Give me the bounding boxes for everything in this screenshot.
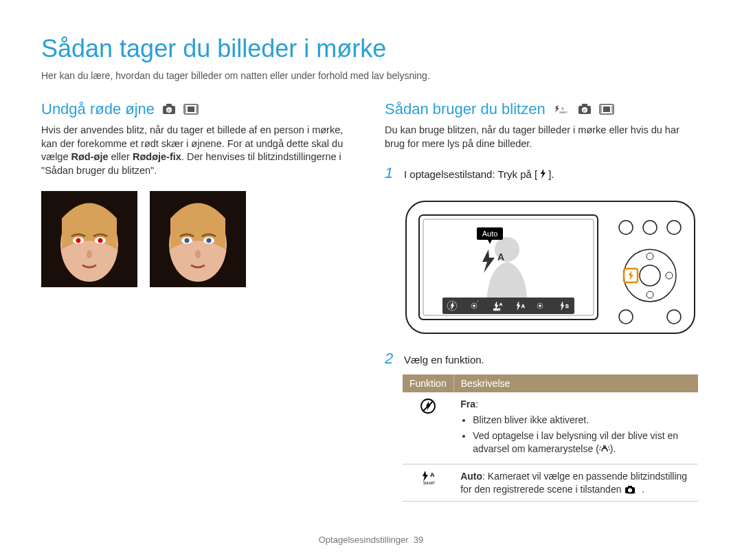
flash-function-table: Funktion Beskrivelse Fra: Blitzen bliver… <box>403 374 698 502</box>
step-1-text: I optagelsestilstand: Tryk på []. <box>404 168 554 180</box>
svg-point-12 <box>87 250 92 258</box>
footer-section: Optagelsesindstillinger <box>319 535 409 545</box>
footer-page: 39 <box>414 535 423 545</box>
svg-text:P: P <box>583 109 586 113</box>
step-1: 1 I optagelsestilstand: Tryk på []. <box>385 164 701 182</box>
left-column: Undgå røde øjne P Hvis der anvendes blit… <box>41 100 357 502</box>
left-section-title: Undgå røde øjne P <box>41 100 357 118</box>
step-1-number: 1 <box>385 164 397 182</box>
table-row: Fra: Blitzen bliver ikke aktiveret. Ved … <box>403 392 698 464</box>
svg-point-11 <box>98 238 103 243</box>
footer: Optagelsesindstillinger 39 <box>0 535 742 545</box>
th-function: Funktion <box>403 374 453 392</box>
svg-text:A: A <box>499 302 502 306</box>
page-intro: Her kan du lære, hvordan du tager billed… <box>41 70 701 81</box>
svg-text:SMART: SMART <box>628 491 636 494</box>
svg-point-19 <box>195 250 201 258</box>
th-description: Beskrivelse <box>453 374 698 392</box>
svg-text:A: A <box>497 251 504 262</box>
right-intro: Du kan bruge blitzen, når du tager bille… <box>385 124 701 150</box>
left-body: Hvis der anvendes blitz, når du tager et… <box>41 124 357 177</box>
svg-text:SMART: SMART <box>423 481 435 485</box>
left-bold2: Rødøje-fix <box>133 151 181 162</box>
camera-diagram: Auto A ASMART A S <box>403 193 698 337</box>
svg-text:A: A <box>521 304 525 309</box>
row2-desc: Auto: Kameraet vil vælge en passende bli… <box>453 464 698 502</box>
left-bold1: Rød-øje <box>71 151 109 162</box>
row1-bullet2: Ved optagelse i lav belysning vil der bl… <box>473 429 691 456</box>
step-2-number: 2 <box>385 350 397 368</box>
svg-text:S: S <box>565 304 569 309</box>
row1-label: Fra <box>460 399 475 410</box>
right-title-text: Sådan bruger du blitzen <box>385 100 546 118</box>
svg-rect-23 <box>582 104 587 107</box>
mode-p-icon-2: P <box>577 103 592 115</box>
svg-text:SMART: SMART <box>493 309 501 311</box>
svg-text:P: P <box>168 109 170 113</box>
camera-auto-label: Auto <box>482 229 498 238</box>
page-title: Sådan tager du billeder i mørke <box>41 34 701 63</box>
svg-rect-35 <box>442 298 574 314</box>
svg-text:SMART: SMART <box>559 111 568 114</box>
row1-b2-post: ). <box>610 443 616 454</box>
portrait-row <box>41 191 357 287</box>
row1-bullet1: Blitzen bliver ikke aktiveret. <box>473 414 691 427</box>
smart-mode-icon: SMART <box>624 484 642 494</box>
svg-text:A: A <box>430 471 435 478</box>
row2-post: . <box>642 484 644 495</box>
svg-rect-27 <box>603 107 610 112</box>
svg-rect-1 <box>166 104 172 107</box>
left-title-text: Undgå røde øjne <box>41 100 155 118</box>
step1-pre: I optagelsestilstand: Tryk på [ <box>404 168 537 180</box>
svg-point-39 <box>473 305 475 307</box>
svg-point-44 <box>539 305 541 307</box>
svg-text:A: A <box>561 107 564 111</box>
left-body-mid: eller <box>109 151 133 162</box>
flash-button-icon <box>537 168 548 179</box>
right-section-title: Sådan bruger du blitzen ASMART P <box>385 100 701 118</box>
step-2: 2 Vælg en funktion. <box>385 350 701 368</box>
step1-post: ]. <box>548 168 554 180</box>
mode-smart-auto-icon: ASMART <box>552 104 570 114</box>
flash-off-icon <box>403 392 453 464</box>
svg-rect-63 <box>628 486 632 488</box>
row1-colon: : <box>475 399 478 410</box>
mode-scene-icon <box>183 103 199 115</box>
svg-point-18 <box>207 238 212 243</box>
row1-b2-pre: Ved optagelse i lav belysning vil der bl… <box>473 430 678 454</box>
row2-label: Auto <box>460 471 482 482</box>
svg-point-10 <box>76 238 81 243</box>
content-columns: Undgå røde øjne P Hvis der anvendes blit… <box>41 100 701 502</box>
portrait-red-eye <box>41 191 137 287</box>
row2-pre: : Kameraet vil vælge en passende blitzin… <box>460 471 687 495</box>
smart-auto-flash-icon: ASMART <box>403 464 453 502</box>
portrait-fixed <box>150 191 246 287</box>
step-2-text: Vælg en funktion. <box>404 354 484 366</box>
svg-rect-5 <box>188 107 194 112</box>
svg-point-17 <box>185 238 190 243</box>
right-column: Sådan bruger du blitzen ASMART P Du kan … <box>385 100 701 502</box>
table-row: ASMART Auto: Kameraet vil vælge en passe… <box>403 464 698 502</box>
mode-p-icon: P <box>161 103 177 115</box>
camera-shake-icon <box>599 444 610 453</box>
mode-scene-icon-2 <box>599 103 614 115</box>
row1-desc: Fra: Blitzen bliver ikke aktiveret. Ved … <box>453 392 698 464</box>
